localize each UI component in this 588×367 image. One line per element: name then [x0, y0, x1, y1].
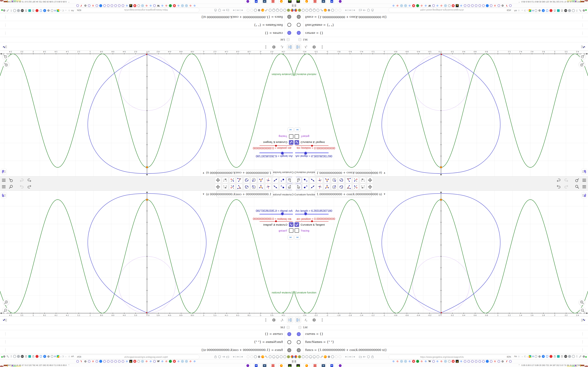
- stylebar-button[interactable]: [1, 169, 7, 175]
- redo-button[interactable]: [20, 184, 24, 189]
- curvature-tangent-checkbox[interactable]: [294, 222, 299, 227]
- firefox-icon[interactable]: [261, 9, 264, 12]
- favicon-pale[interactable]: [181, 4, 184, 7]
- ext-record-icon[interactable]: [35, 355, 38, 358]
- firefox-icon[interactable]: [261, 355, 264, 358]
- settings-button[interactable]: [311, 44, 317, 50]
- favicon-flower[interactable]: [478, 360, 481, 363]
- ext-info-icon[interactable]: [51, 9, 53, 12]
- small-ring-icon[interactable]: [347, 356, 349, 358]
- favicon-flower[interactable]: [153, 360, 156, 363]
- zoom-out-button[interactable]: [2, 307, 9, 313]
- favicon-google[interactable]: G: [420, 360, 423, 363]
- menu-button[interactable]: [1, 184, 6, 189]
- ext-uo-icon[interactable]: UO: [564, 9, 567, 12]
- favicon-flower[interactable]: [509, 4, 512, 7]
- favicon-pale[interactable]: [444, 360, 447, 363]
- taskbar-app-purple-cat[interactable]: [337, 0, 343, 3]
- taskbar-app-terminal[interactable]: [295, 364, 301, 367]
- graphics-view[interactable]: -2.4-2.2-2-1.8-1.6-1.4-1.2-1-0.8-0.6-0.4…: [0, 51, 294, 176]
- lock-icon[interactable]: [371, 8, 374, 12]
- favicon-flower[interactable]: [103, 4, 106, 7]
- ext-refresh-icon[interactable]: C: [62, 355, 64, 358]
- url-bar[interactable]: https://www.geogebra.org/classic/aagcxh3…: [78, 8, 199, 12]
- colorful-icon[interactable]: [291, 355, 294, 358]
- ext-teal-icon[interactable]: [28, 355, 31, 358]
- globe-icon[interactable]: [269, 9, 272, 12]
- taskbar-app-monitor[interactable]: [262, 364, 268, 367]
- taskbar-app-monitor[interactable]: [262, 0, 268, 3]
- ext-share-icon[interactable]: ↥: [576, 9, 578, 12]
- arc-position-slider-thumb[interactable]: [275, 220, 277, 222]
- small-dot-icon[interactable]: [233, 10, 234, 11]
- row-menu-icon[interactable]: ⋮: [581, 348, 584, 352]
- row-menu-icon[interactable]: ⋮: [581, 31, 584, 35]
- olive-icon[interactable]: [298, 355, 301, 358]
- ext-star-icon[interactable]: ☆: [518, 9, 520, 12]
- visibility-toggle[interactable]: [287, 23, 291, 27]
- algebra-row-curves[interactable]: curves = {} ⋮: [0, 29, 294, 37]
- favicon-flower[interactable]: [76, 360, 79, 363]
- ext-uo-icon[interactable]: UO: [21, 9, 24, 12]
- shield-icon[interactable]: [218, 355, 221, 359]
- ext-star-icon[interactable]: ☆: [518, 355, 520, 358]
- favicon-flower[interactable]: [475, 360, 477, 363]
- list-section-header[interactable]: − List: [0, 325, 294, 330]
- tool-move-graphics-view[interactable]: [367, 184, 373, 190]
- favicon-green[interactable]: [416, 4, 419, 7]
- arc-position-slider-thumb[interactable]: [275, 145, 277, 147]
- favicon-google[interactable]: G: [149, 4, 152, 7]
- row-menu-icon[interactable]: ⋮: [581, 23, 584, 27]
- ext-puzzle-icon[interactable]: [529, 9, 531, 12]
- back-arrow-icon[interactable]: [222, 8, 225, 12]
- favicon-photos[interactable]: [129, 360, 132, 363]
- ghost-icon[interactable]: [335, 9, 338, 12]
- ext-uo-icon[interactable]: UO: [21, 355, 24, 358]
- layout-button[interactable]: [287, 44, 293, 50]
- favicon-google[interactable]: G: [189, 4, 192, 7]
- visibility-toggle[interactable]: [287, 332, 291, 336]
- favicon-f[interactable]: f: [505, 360, 508, 363]
- favicon-google[interactable]: G: [165, 360, 168, 363]
- favicon-google[interactable]: G: [149, 360, 152, 363]
- small-dot-icon[interactable]: [354, 10, 355, 11]
- list-section-header[interactable]: − List: [294, 325, 588, 330]
- favicon-green[interactable]: [169, 360, 172, 363]
- algebra-row-curves[interactable]: curves = {} ⋮: [294, 29, 588, 37]
- small-dot-icon[interactable]: [349, 356, 351, 357]
- small-ring-icon[interactable]: [351, 9, 353, 11]
- favicon-wikipedia[interactable]: W: [428, 4, 431, 7]
- globe-icon[interactable]: [280, 9, 283, 12]
- favicon-f[interactable]: f: [505, 4, 508, 7]
- favicon-yandex[interactable]: Я: [412, 360, 415, 363]
- stylebar-button[interactable]: [581, 192, 587, 198]
- favicon-blue[interactable]: [99, 4, 102, 7]
- tool-angle[interactable]: α: [236, 184, 242, 190]
- globe-icon[interactable]: [302, 9, 305, 12]
- taskbar-app-terminal[interactable]: [287, 0, 293, 3]
- settings-button[interactable]: [271, 44, 277, 50]
- favicon-google[interactable]: G: [193, 4, 196, 7]
- favicon-flower[interactable]: [471, 4, 474, 7]
- arc-length-slider[interactable]: [259, 214, 293, 215]
- ext-puzzle-icon[interactable]: [57, 355, 59, 358]
- favicon-google[interactable]: G: [436, 360, 439, 363]
- ghost-icon[interactable]: [338, 355, 341, 358]
- ext-trash-icon[interactable]: [32, 9, 35, 12]
- tray-caret[interactable]: ^: [69, 364, 69, 366]
- small-dot-icon[interactable]: [345, 356, 346, 357]
- row-menu-icon[interactable]: ⋮: [4, 23, 7, 27]
- tool-point[interactable]: A: [279, 184, 285, 190]
- tool-move-graphics-view[interactable]: [215, 184, 221, 190]
- sort-objects-button[interactable]: [2, 318, 7, 323]
- ext-info-icon[interactable]: [535, 355, 537, 358]
- ext-Aa-icon[interactable]: Aa: [514, 9, 517, 12]
- taskbar-app-firefox[interactable]: [304, 364, 309, 367]
- arc-length-slider-thumb[interactable]: [304, 212, 307, 215]
- favicon-google[interactable]: G: [92, 4, 95, 7]
- visibility-toggle[interactable]: [287, 15, 291, 19]
- zoom-out-button[interactable]: [579, 307, 586, 313]
- url-bar[interactable]: https://www.geogebra.org/classic/aagcxh3…: [389, 355, 510, 359]
- tool-perpendicular-line[interactable]: [265, 184, 271, 190]
- wrench-icon[interactable]: [265, 355, 268, 358]
